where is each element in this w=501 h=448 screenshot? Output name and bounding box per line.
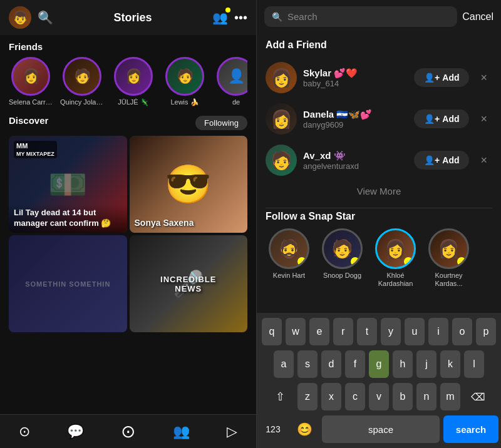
discover-card[interactable]: SOMETHIN SOMETHIN	[9, 235, 127, 332]
snap-star-item[interactable]: 🧑 ⭐ Snoop Dogg	[319, 228, 366, 288]
friend-suggestion: 👩 Danela 🇸🇻🦋💕 danyg9609 👤+ Add ×	[266, 98, 492, 140]
star-name: Kevin Hart	[273, 272, 305, 280]
snap-star-item[interactable]: 🧔 ⭐ Kevin Hart	[266, 228, 312, 288]
key-u[interactable]: u	[405, 318, 425, 345]
suggestion-info: Danela 🇸🇻🦋💕 danyg9609	[303, 109, 408, 130]
cancel-button[interactable]: Cancel	[462, 11, 493, 23]
discover-card[interactable]: 💵 MMMY MIXTAPEZ Lil Tay dead at 14 but m…	[9, 136, 127, 233]
friends-list: 👩 Selena Carrizales... 🧑 Quincy Jolae 🔴 …	[9, 57, 247, 106]
snap-star-item[interactable]: 👩 ⭐ Kourtney Kardas...	[425, 228, 472, 288]
list-item[interactable]: 👤 de	[214, 57, 247, 106]
key-e[interactable]: e	[309, 318, 329, 345]
discover-grid: 💵 MMMY MIXTAPEZ Lil Tay dead at 14 but m…	[9, 136, 247, 332]
key-h[interactable]: h	[393, 350, 413, 378]
following-button[interactable]: Following	[195, 116, 247, 130]
camera-shutter-icon[interactable]: ⊙	[121, 421, 135, 442]
suggestion-name: Skylar 💕❤️	[303, 68, 408, 79]
key-p[interactable]: p	[476, 318, 496, 345]
key-k[interactable]: k	[440, 350, 460, 378]
close-icon[interactable]: ×	[475, 110, 492, 128]
play-nav-icon[interactable]: ▷	[227, 424, 237, 440]
suggestion-avatar: 🧑	[266, 145, 297, 176]
key-y[interactable]: y	[381, 318, 401, 345]
discover-card[interactable]: 🎤 INCREDIBLE NEWS	[130, 235, 248, 332]
discover-header: Discover Following	[9, 115, 247, 131]
backspace-key[interactable]: ⌫	[464, 383, 492, 410]
key-g[interactable]: g	[369, 350, 389, 378]
key-i[interactable]: i	[428, 318, 448, 345]
divider	[266, 208, 492, 208]
key-r[interactable]: r	[333, 318, 353, 345]
discover-card[interactable]: 😎 Sonya Saxena	[130, 136, 248, 233]
search-key[interactable]: search	[443, 415, 498, 443]
key-t[interactable]: t	[357, 318, 377, 345]
key-n[interactable]: n	[416, 383, 436, 410]
emoji-key[interactable]: 😊	[291, 415, 318, 443]
star-badge: ⭐	[351, 257, 359, 266]
discover-label: Discover	[9, 115, 48, 126]
snap-star-item[interactable]: 👩 ⭐ Khloé Kardashian	[372, 228, 419, 288]
add-friend-title: Add a Friend	[266, 39, 492, 51]
key-v[interactable]: v	[369, 383, 389, 410]
key-w[interactable]: w	[286, 318, 306, 345]
list-item[interactable]: 🧑 Lewis 🍌	[163, 57, 207, 106]
chat-nav-icon[interactable]: 💬	[67, 424, 84, 440]
suggestion-avatar: 👩	[266, 103, 297, 135]
search-icon: 🔍	[272, 12, 282, 22]
add-friend-icon[interactable]: 👥	[212, 10, 228, 25]
friend-avatar: 🧑	[165, 57, 204, 96]
key-d[interactable]: d	[321, 350, 341, 378]
close-icon[interactable]: ×	[475, 69, 492, 87]
keyboard-row-2: a s d f g h j k l	[259, 350, 498, 378]
card-logo: MMMY MIXTAPEZ	[14, 141, 57, 158]
suggestion-name: Av_xd 👾	[303, 150, 408, 161]
key-z[interactable]: z	[297, 383, 318, 410]
card-title: Lil Tay dead at 14 but manager cant conf…	[14, 208, 122, 229]
star-name: Snoop Dogg	[323, 272, 361, 280]
key-x[interactable]: x	[321, 383, 341, 410]
key-q[interactable]: q	[262, 318, 282, 345]
friend-avatar: 👩	[11, 57, 50, 96]
search-bar[interactable]: 🔍 Search	[264, 6, 457, 27]
friend-name: JŪLJĖ 🦎	[111, 98, 155, 106]
key-c[interactable]: c	[345, 383, 365, 410]
list-item[interactable]: 🧑 Quincy Jolae 🔴	[60, 57, 104, 106]
add-button[interactable]: 👤+ Add	[414, 109, 469, 128]
view-more-button[interactable]: View More	[266, 181, 492, 206]
friends-section: Friends 👩 Selena Carrizales... 🧑 Quincy …	[0, 35, 256, 110]
key-j[interactable]: j	[416, 350, 436, 378]
close-icon[interactable]: ×	[475, 151, 492, 170]
add-button[interactable]: 👤+ Add	[414, 68, 469, 87]
key-o[interactable]: o	[452, 318, 472, 345]
camera-nav-icon[interactable]: ⊙	[19, 424, 30, 440]
suggestion-info: Av_xd 👾 angelventuraxd	[303, 150, 408, 171]
key-b[interactable]: b	[393, 383, 413, 410]
shift-key[interactable]: ⇧	[266, 383, 294, 410]
user-avatar[interactable]: 👦	[9, 6, 31, 29]
key-f[interactable]: f	[345, 350, 365, 378]
friend-avatar: 👤	[217, 57, 247, 96]
more-icon[interactable]: •••	[234, 11, 247, 25]
friend-avatar: 🧑	[63, 57, 101, 96]
card-title: INCREDIBLE NEWS	[159, 275, 218, 293]
space-key[interactable]: space	[322, 415, 440, 443]
search-icon[interactable]: 🔍	[38, 10, 53, 25]
key-s[interactable]: s	[297, 350, 318, 378]
friends-nav-icon[interactable]: 👥	[173, 424, 190, 440]
snap-star-title: Follow a Snap Star	[266, 211, 492, 222]
key-l[interactable]: l	[464, 350, 484, 378]
star-name: Khloé Kardashian	[372, 272, 419, 288]
bottom-nav: ⊙ 💬 ⊙ 👥 ▷	[0, 414, 256, 448]
page-title: Stories	[53, 11, 212, 24]
add-button[interactable]: 👤+ Add	[414, 151, 469, 170]
list-item[interactable]: 👩 JŪLJĖ 🦎	[111, 57, 155, 106]
list-item[interactable]: 👩 Selena Carrizales...	[9, 57, 53, 106]
key-m[interactable]: m	[440, 383, 460, 410]
friends-label: Friends	[9, 41, 247, 52]
notification-badge	[225, 8, 230, 13]
friend-name: Quincy Jolae 🔴	[60, 98, 104, 106]
friend-suggestion: 🧑 Av_xd 👾 angelventuraxd 👤+ Add ×	[266, 140, 492, 181]
numbers-key[interactable]: 123	[259, 415, 287, 443]
key-a[interactable]: a	[274, 350, 294, 378]
card-name: Sonya Saxena	[135, 218, 194, 228]
